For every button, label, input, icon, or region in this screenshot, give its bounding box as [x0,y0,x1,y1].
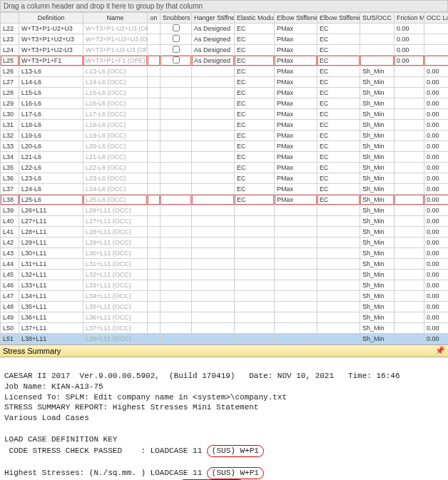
circled-sus-wp1-2: (SUS) W+P1 [207,467,264,479]
grid-row[interactable]: L45L32+L11L32+L11 (OCC)Sh_Min0.00 [1,270,449,280]
grid-row[interactable]: L44L31+L11L31+L11 (OCC)Sh_Min0.00 [1,259,449,270]
grid-row[interactable]: L26L13-L6L13-L6 (OCC)ECPMaxECSh_Min0.00 [1,66,449,77]
stress-summary-title: Stress Summary 📌 [0,344,448,357]
group-by-bar[interactable]: Drag a column header and drop it here to… [0,0,448,12]
grid-row[interactable]: L22W+T3+P1-U2+U3W+T3+P1-U2+U3 (OPE)As De… [1,24,449,34]
column-header[interactable]: Definition [19,13,83,24]
snubbers-checkbox[interactable] [173,56,180,63]
column-header[interactable]: OCC Load Factor [424,13,449,24]
grid-row[interactable]: L43L30+L11L30+L11 (OCC)Sh_Min0.00 [1,248,449,259]
grid-row[interactable]: L33L20-L6L20-L6 (OCC)ECPMaxECSh_Min0.00 [1,141,449,152]
column-header[interactable] [1,13,19,24]
snubbers-checkbox[interactable] [173,35,180,42]
column-header[interactable]: Friction Multiplier [394,13,424,24]
grid-row[interactable]: L46L33+L11L33+L11 (OCC)Sh_Min0.00 [1,280,449,291]
grid-row[interactable]: L42L29+L11L29+L11 (OCC)Sh_Min0.00 [1,238,449,248]
grid-row[interactable]: L34L21-L6L21-L6 (OCC)ECPMaxECSh_Min0.00 [1,152,449,163]
grid-row[interactable]: L38L25-L6L25-L6 (OCC)ECPMaxECSh_Min0.00 [1,195,449,205]
grid-row[interactable]: L29L16-L6L16-L6 (OCC)ECPMaxECSh_Min0.00 [1,98,449,109]
column-header[interactable]: Elbow Stiffening Elastic Modulus [317,13,360,24]
column-header[interactable]: Name [83,13,148,24]
grid-row[interactable]: L31L18-L6L18-L6 (OCC)ECPMaxECSh_Min0.00 [1,120,449,131]
snubbers-checkbox[interactable] [173,46,180,53]
grid-row[interactable]: L48L35+L11L35+L11 (OCC)Sh_Min0.00 [1,302,449,312]
grid-row[interactable]: L49L36+L11L36+L11 (OCC)Sh_Min0.00 [1,312,449,323]
grid-row[interactable]: L47L34+L11L34+L11 (OCC)Sh_Min0.00 [1,291,449,302]
grid-row[interactable]: L40L27+L11L27+L11 (OCC)Sh_Min0.00 [1,216,449,227]
column-header[interactable]: Elbow Stiffening Pressure [275,13,317,24]
grid-row[interactable]: L37L24-L6L24-L6 (OCC)ECPMaxECSh_Min0.00 [1,184,449,195]
grid-row[interactable]: L41L28+L11L28+L11 (OCC)Sh_Min0.00 [1,227,449,238]
pin-icon[interactable]: 📌 [435,346,445,355]
grid-row[interactable]: L24W+T3+P1+U2-U3W+T3+P1-U2-U3 (OPE)As De… [1,45,449,56]
column-header[interactable]: SUS/OCC Case Sh [360,13,394,24]
column-header[interactable]: Hanger Stiffness [192,13,235,24]
column-header[interactable]: on [148,13,161,24]
grid-row[interactable]: L51L38+L11L38+L11 (OCC)Sh_Min0.00 [1,334,449,344]
grid-row[interactable]: L27L14-L6L14-L6 (OCC)ECPMaxECSh_Min0.00 [1,77,449,88]
grid-row[interactable]: L30L17-L6L17-L6 (OCC)ECPMaxECSh_Min0.00 [1,109,449,120]
stress-summary-report: CAESAR II 2017 Ver.9.00.00.5902, (Build … [0,357,448,480]
circled-sus-wp1: (SUS) W+P1 [207,445,264,457]
grid-row[interactable]: L50L37+L11L37+L11 (OCC)Sh_Min0.00 [1,323,449,334]
grid-row[interactable]: L32L19-L6L19-L6 (OCC)ECPMaxECSh_Min0.00 [1,131,449,141]
grid-row[interactable]: L35L22-L6L22-L6 (OCC)ECPMaxECSh_Min0.00 [1,163,449,173]
load-case-grid[interactable]: DefinitionNameonSnubbers ActiveHanger St… [0,12,448,344]
grid-row[interactable]: L25W+T3+P1+F1W+T3+P1+F1 (OPE)As Designed… [1,56,449,66]
grid-row[interactable]: L36L23-L6L23-L6 (OCC)ECPMaxECSh_Min0.00 [1,173,449,184]
grid-row[interactable]: L28L15-L6L15-L6 (OCC)ECPMaxECSh_Min0.00 [1,88,449,98]
grid-row[interactable]: L39L26+L11L26+L11 (OCC)Sh_Min0.00 [1,205,449,216]
grid-row[interactable]: L23W+T3+P1+U2+U3W+T3+P1+U2+U3 (OPE)As De… [1,34,449,45]
column-header[interactable]: Snubbers Active [161,13,192,24]
snubbers-checkbox[interactable] [173,24,180,31]
column-header[interactable]: Elastic Modulus [235,13,275,24]
